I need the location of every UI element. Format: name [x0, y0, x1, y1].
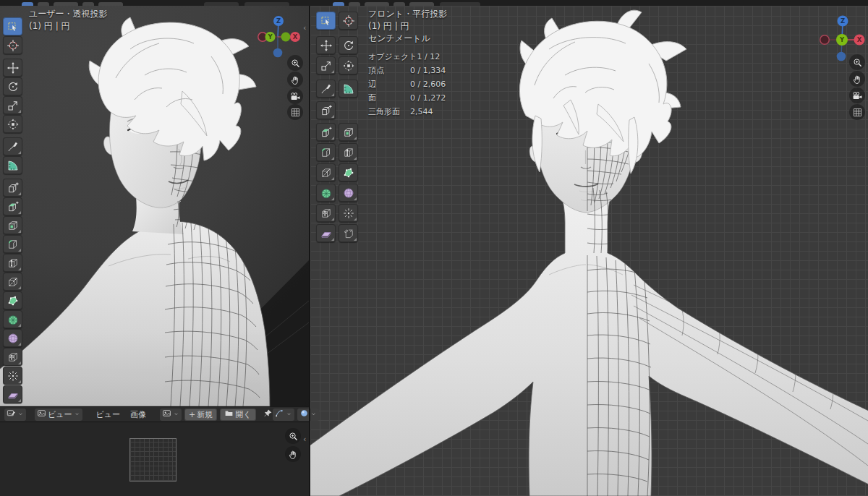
viewport-user-perspective: ユーザー・透視投影 (1) 円 | 円: [0, 6, 309, 406]
axis-z-label: Z: [276, 17, 281, 25]
header-partial-button: [349, 2, 360, 6]
tool-extrude-region-button[interactable]: [316, 123, 336, 141]
tool-shear-button[interactable]: [3, 385, 22, 403]
editor-type-dropdown[interactable]: [4, 409, 26, 421]
blender-window: ユーザー・透視投影 (1) 円 | 円: [0, 0, 868, 496]
tool-inset-faces-button[interactable]: [339, 123, 358, 141]
sidebar-toggle-arrow[interactable]: ‹: [303, 25, 306, 32]
handle-display-dropdown[interactable]: [273, 409, 294, 421]
image-icon: [162, 409, 171, 420]
tool-add-cube-button[interactable]: [316, 101, 336, 119]
tool-spin-button[interactable]: [3, 310, 22, 328]
model-render-right: [310, 6, 868, 496]
uv-grid: [129, 438, 176, 482]
header-partial-button: [98, 2, 123, 6]
chevron-down-icon: [17, 410, 24, 419]
tool-loop-cut-button[interactable]: [339, 143, 358, 161]
header-partial-field: [204, 2, 239, 6]
tool-edge-slide-button[interactable]: [3, 348, 22, 366]
axis-y-label: Y: [267, 33, 273, 40]
tool-rotate-button[interactable]: [3, 77, 22, 95]
pan-hand-button[interactable]: [849, 71, 865, 87]
tool-transform-button[interactable]: [339, 56, 358, 74]
tool-bevel-button[interactable]: [3, 235, 22, 253]
header-partial-button: [409, 2, 434, 6]
tool-poly-build-button[interactable]: [3, 291, 22, 309]
tool-shear-button[interactable]: [316, 224, 336, 242]
header-partial-field: [440, 2, 480, 6]
sphere-falloff-icon: [299, 409, 309, 420]
sidebar-toggle-arrow[interactable]: ‹: [303, 436, 306, 443]
axis-z-label: Z: [841, 17, 845, 25]
zoom-button[interactable]: [287, 55, 303, 71]
image-editor-header: ビュー ビュー 画像 + 新規 開く: [0, 406, 309, 422]
tool-extrude-region-button[interactable]: [3, 197, 22, 215]
zoom-button[interactable]: [849, 54, 865, 70]
image-browse-dropdown[interactable]: [160, 409, 182, 421]
tool-cursor-button[interactable]: [339, 12, 358, 30]
camera-view-button[interactable]: [849, 87, 865, 103]
tool-select-box-button[interactable]: [3, 17, 22, 35]
tool-edge-slide-button[interactable]: [316, 204, 336, 222]
tool-annotate-button[interactable]: [316, 80, 336, 98]
tool-shrink-fatten-button[interactable]: [339, 204, 358, 222]
axis-gizmo[interactable]: Y X Z: [255, 13, 302, 61]
perspective-toggle-button[interactable]: [287, 104, 303, 120]
header-partial-button: [54, 2, 78, 6]
tool-transform-button[interactable]: [3, 115, 22, 133]
chevron-down-icon: [286, 410, 292, 419]
tool-shrink-fatten-button[interactable]: [3, 367, 22, 385]
axis-neg-y-ball[interactable]: [281, 33, 291, 42]
open-image-label: 開く: [235, 409, 251, 420]
menu-image[interactable]: 画像: [125, 409, 151, 420]
display-mode-dropdown[interactable]: ビュー: [35, 409, 82, 421]
tool-rip-region-button[interactable]: [339, 224, 358, 242]
zoom-button[interactable]: [285, 428, 301, 444]
axis-neg-x-ball[interactable]: [820, 35, 830, 45]
axis-neg-z-ball[interactable]: [837, 52, 846, 61]
header-partial-button: [333, 2, 344, 6]
tool-knife-button[interactable]: [3, 273, 22, 291]
tool-smooth-button[interactable]: [339, 184, 358, 202]
tool-move-button[interactable]: [316, 36, 336, 54]
pin-icon-button[interactable]: [263, 409, 273, 420]
axis-x-label: X: [857, 36, 862, 43]
tool-scale-button[interactable]: [316, 56, 336, 74]
tool-cursor-button[interactable]: [3, 36, 22, 54]
pan-hand-button[interactable]: [287, 72, 303, 87]
tool-poly-build-button[interactable]: [339, 163, 358, 181]
tool-rotate-button[interactable]: [339, 36, 358, 54]
axis-y-label: Y: [839, 36, 845, 43]
tool-smooth-button[interactable]: [3, 329, 22, 347]
perspective-toggle-button[interactable]: [849, 104, 865, 120]
folder-icon: [224, 409, 234, 420]
tool-knife-button[interactable]: [316, 163, 336, 181]
pan-hand-button[interactable]: [285, 446, 301, 462]
chevron-down-icon: [173, 410, 179, 419]
header-partial-button: [82, 2, 94, 6]
tool-spin-button[interactable]: [316, 184, 336, 202]
tool-measure-button[interactable]: [339, 80, 358, 98]
tool-select-box-button[interactable]: [316, 12, 336, 30]
tool-loop-cut-button[interactable]: [3, 254, 22, 272]
camera-view-button[interactable]: [287, 88, 303, 104]
menu-view[interactable]: ビュー: [91, 409, 126, 420]
axis-neg-z-ball[interactable]: [273, 48, 283, 58]
editor-divider[interactable]: [309, 0, 310, 496]
display-mode-label: ビュー: [48, 409, 72, 420]
proportional-falloff-dropdown[interactable]: [297, 409, 319, 421]
tool-measure-button[interactable]: [3, 156, 22, 174]
tool-add-cube-button[interactable]: [3, 179, 22, 197]
open-image-button[interactable]: 開く: [220, 409, 255, 421]
cropped-header-strip: [0, 0, 868, 6]
tool-inset-faces-button[interactable]: [3, 216, 22, 234]
tool-annotate-button[interactable]: [3, 137, 22, 155]
image-editor-canvas: ‹: [0, 422, 309, 496]
tool-bevel-button[interactable]: [316, 143, 336, 161]
header-partial-button: [393, 2, 405, 6]
chevron-down-icon: [74, 410, 80, 419]
new-image-button[interactable]: + 新規: [184, 409, 217, 421]
chevron-down-icon: [310, 410, 317, 419]
tool-move-button[interactable]: [3, 59, 22, 77]
tool-scale-button[interactable]: [3, 96, 22, 114]
